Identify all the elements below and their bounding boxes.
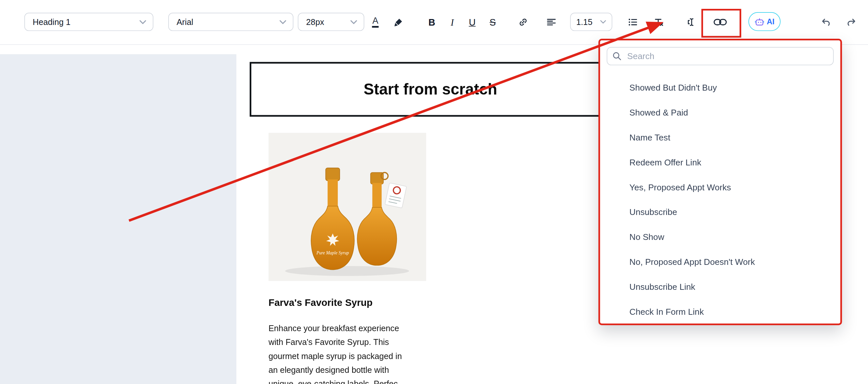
trigger-link-item[interactable]: Showed & Paid: [600, 100, 840, 125]
robot-icon: [755, 17, 765, 26]
text-cursor-icon: [686, 17, 697, 28]
search-icon: [612, 51, 622, 61]
italic-button[interactable]: I: [442, 12, 462, 32]
search-box: [607, 47, 834, 65]
product-description[interactable]: Enhance your breakfast experience with F…: [269, 321, 411, 384]
app-root: Heading 1 Arial 28px A B I U: [0, 0, 868, 384]
editor-background: [0, 54, 236, 384]
ai-assistant-button[interactable]: AI: [748, 12, 781, 31]
trigger-link-item[interactable]: Name Test: [600, 125, 840, 150]
chevron-down-icon: [600, 20, 606, 24]
clear-formatting-button[interactable]: [649, 12, 669, 32]
font-size-select[interactable]: 28px: [298, 13, 364, 31]
chevron-down-icon: [140, 20, 146, 24]
chevron-down-icon: [280, 20, 286, 24]
font-size-value: 28px: [306, 17, 324, 27]
text-color-button[interactable]: A: [365, 12, 385, 32]
redo-icon: [846, 17, 857, 28]
trigger-link-item[interactable]: Unsubscribe: [600, 200, 840, 224]
hero-title: Start from scratch: [364, 80, 497, 98]
undo-button[interactable]: [816, 12, 836, 32]
italic-icon: I: [451, 18, 454, 27]
trigger-link-item[interactable]: Redeem Offer Link: [600, 150, 840, 175]
text-color-icon: A: [372, 17, 379, 28]
redo-button[interactable]: [841, 12, 861, 32]
text-cursor-button[interactable]: [681, 12, 702, 32]
maple-syrup-image: Pure Maple Syrup: [269, 133, 426, 281]
strikethrough-icon: S: [490, 18, 496, 27]
link-icon: [518, 17, 529, 28]
paragraph-style-value: Heading 1: [33, 17, 70, 27]
trigger-link-item[interactable]: Check In Form Link: [600, 299, 840, 324]
align-button[interactable]: [541, 12, 561, 32]
line-height-value: 1.15: [576, 17, 592, 27]
trigger-link-button[interactable]: [710, 12, 730, 32]
line-height-select[interactable]: 1.15: [570, 13, 612, 31]
font-family-value: Arial: [177, 17, 193, 27]
trigger-link-list: Showed But Didn't BuyShowed & PaidName T…: [600, 75, 840, 324]
hero-heading-block[interactable]: Start from scratch: [250, 62, 611, 117]
editor-toolbar: Heading 1 Arial 28px A B I U: [0, 0, 868, 45]
paragraph-style-select[interactable]: Heading 1: [24, 13, 153, 31]
highlight-color-button[interactable]: [389, 12, 409, 32]
undo-icon: [820, 17, 832, 28]
trigger-links-dropdown: Showed But Didn't BuyShowed & PaidName T…: [598, 39, 842, 325]
trigger-link-item[interactable]: Yes, Proposed Appt Works: [600, 175, 840, 200]
ai-button-label: AI: [767, 17, 775, 26]
bullet-list-button[interactable]: [623, 12, 643, 32]
syrup-label-text: Pure Maple Syrup: [316, 250, 349, 255]
bold-icon: B: [428, 18, 435, 27]
search-input[interactable]: [607, 47, 834, 65]
insert-link-button[interactable]: [513, 12, 533, 32]
bullet-list-icon: [627, 17, 638, 28]
chain-link-icon: [714, 18, 727, 27]
product-image-block[interactable]: Pure Maple Syrup: [269, 133, 426, 281]
chevron-down-icon: [350, 20, 357, 24]
trigger-link-item[interactable]: No Show: [600, 224, 840, 249]
highlighter-icon: [393, 17, 404, 28]
trigger-link-item[interactable]: Unsubscribe Link: [600, 274, 840, 299]
product-title[interactable]: Farva's Favorite Syrup: [269, 297, 373, 309]
font-family-select[interactable]: Arial: [168, 13, 293, 31]
trigger-link-item[interactable]: Showed But Didn't Buy: [600, 75, 840, 100]
align-left-icon: [546, 17, 557, 28]
strikethrough-button[interactable]: S: [483, 12, 503, 32]
clear-formatting-icon: [653, 17, 664, 28]
bold-button[interactable]: B: [422, 12, 442, 32]
underline-icon: U: [469, 18, 476, 27]
underline-button[interactable]: U: [462, 12, 482, 32]
trigger-link-item[interactable]: No, Proposed Appt Doesn't Work: [600, 249, 840, 274]
